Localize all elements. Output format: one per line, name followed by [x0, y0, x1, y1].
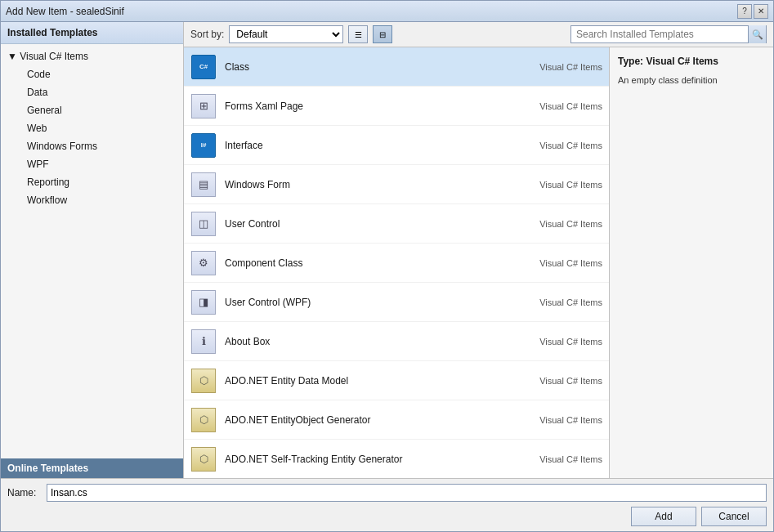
template-category-interface: Visual C# Items — [539, 141, 602, 150]
template-icon-interface: I# — [190, 132, 217, 159]
template-name-forms-xaml-page: Forms Xaml Page — [225, 101, 533, 112]
template-icon-ado-self-tracking: ⬡ — [190, 446, 217, 472]
button-row: Add Cancel — [7, 507, 767, 526]
sidebar-tree: ▼ Visual C# ItemsCodeDataGeneralWebWindo… — [1, 44, 183, 458]
template-list: C# Class Visual C# Items ⊞ Forms Xaml Pa… — [184, 47, 610, 478]
template-name-ado-entityobj-gen: ADO.NET EntityObject Generator — [225, 414, 533, 426]
template-category-user-control-wpf: Visual C# Items — [539, 297, 602, 307]
type-label: Type: — [618, 56, 643, 67]
template-item-forms-xaml-page[interactable]: ⊞ Forms Xaml Page Visual C# Items — [184, 87, 609, 126]
sidebar-item-visual-cs-items[interactable]: ▼ Visual C# Items — [1, 47, 183, 65]
template-icon-about-box: ℹ — [190, 329, 217, 355]
sidebar-item-web[interactable]: Web — [1, 119, 183, 137]
online-templates-header[interactable]: Online Templates — [1, 458, 183, 478]
template-icon-component-class: ⚙ — [190, 250, 217, 276]
template-item-user-control[interactable]: ◫ User Control Visual C# Items — [184, 204, 609, 244]
close-button[interactable]: ✕ — [754, 4, 768, 19]
name-label: Name: — [7, 487, 40, 498]
template-category-forms-xaml-page: Visual C# Items — [539, 101, 602, 111]
template-item-windows-form[interactable]: ▤ Windows Form Visual C# Items — [184, 165, 609, 204]
template-category-component-class: Visual C# Items — [539, 258, 602, 268]
template-icon-windows-form: ▤ — [190, 172, 217, 198]
template-category-ado-self-tracking: Visual C# Items — [539, 454, 602, 464]
sidebar-item-code[interactable]: Code — [1, 65, 183, 83]
template-name-class: Class — [225, 61, 533, 73]
template-item-interface[interactable]: I# Interface Visual C# Items — [184, 126, 609, 165]
template-icon-user-control: ◫ — [190, 211, 217, 237]
template-name-user-control-wpf: User Control (WPF) — [225, 297, 533, 308]
sidebar-header: Installed Templates — [1, 22, 183, 44]
template-icon-forms-xaml-page: ⊞ — [190, 93, 217, 119]
template-item-ado-entityobj-gen[interactable]: ⬡ ADO.NET EntityObject Generator Visual … — [184, 400, 609, 440]
template-category-user-control: Visual C# Items — [539, 219, 602, 229]
cancel-button[interactable]: Cancel — [701, 507, 767, 526]
right-panel: Sort by: DefaultNameTypeDate ☰ ⊟ 🔍 C# Cl… — [184, 22, 773, 478]
dialog-window: Add New Item - sealedSinif ? ✕ Installed… — [0, 0, 774, 532]
sidebar-item-data[interactable]: Data — [1, 83, 183, 101]
sidebar-item-windows-forms[interactable]: Windows Forms — [1, 137, 183, 155]
template-icon-class: C# — [190, 54, 217, 80]
title-bar: Add New Item - sealedSinif ? ✕ — [1, 1, 773, 22]
name-input[interactable] — [47, 484, 767, 502]
template-item-component-class[interactable]: ⚙ Component Class Visual C# Items — [184, 244, 609, 283]
template-name-interface: Interface — [225, 140, 533, 151]
template-icon-ado-entity-data-model: ⬡ — [190, 368, 217, 394]
template-icon-ado-entityobj-gen: ⬡ — [190, 407, 217, 433]
view-list-button[interactable]: ☰ — [348, 25, 368, 43]
search-icon[interactable]: 🔍 — [748, 25, 766, 43]
sidebar-item-general[interactable]: General — [1, 101, 183, 119]
content-area: C# Class Visual C# Items ⊞ Forms Xaml Pa… — [184, 47, 773, 478]
sort-select[interactable]: DefaultNameTypeDate — [229, 25, 343, 43]
template-name-user-control: User Control — [225, 218, 533, 230]
template-category-ado-entityobj-gen: Visual C# Items — [539, 415, 602, 425]
sort-label: Sort by: — [190, 29, 224, 40]
search-input[interactable] — [571, 29, 748, 40]
sidebar: Installed Templates ▼ Visual C# ItemsCod… — [1, 22, 184, 478]
template-item-ado-entity-data-model[interactable]: ⬡ ADO.NET Entity Data Model Visual C# It… — [184, 361, 609, 400]
template-category-class: Visual C# Items — [539, 62, 602, 72]
template-item-about-box[interactable]: ℹ About Box Visual C# Items — [184, 322, 609, 361]
search-box: 🔍 — [570, 25, 767, 43]
sidebar-item-reporting[interactable]: Reporting — [1, 173, 183, 191]
title-bar-text: Add New Item - sealedSinif — [6, 6, 124, 17]
bottom-bar: Name: Add Cancel — [1, 478, 773, 531]
template-icon-user-control-wpf: ◨ — [190, 289, 217, 315]
type-value: Visual C# Items — [646, 56, 718, 67]
view-grid-button[interactable]: ⊟ — [373, 25, 392, 43]
name-row: Name: — [7, 484, 767, 502]
template-category-windows-form: Visual C# Items — [539, 180, 602, 190]
main-content: Installed Templates ▼ Visual C# ItemsCod… — [1, 22, 773, 478]
template-category-about-box: Visual C# Items — [539, 337, 602, 346]
template-category-ado-entity-data-model: Visual C# Items — [539, 376, 602, 386]
template-name-component-class: Component Class — [225, 257, 533, 269]
add-button[interactable]: Add — [631, 507, 696, 526]
info-type: Type: Visual C# Items — [618, 56, 765, 67]
template-item-class[interactable]: C# Class Visual C# Items — [184, 47, 609, 87]
help-button[interactable]: ? — [737, 4, 752, 19]
template-item-ado-self-tracking[interactable]: ⬡ ADO.NET Self-Tracking Entity Generator… — [184, 440, 609, 478]
template-name-about-box: About Box — [225, 336, 533, 347]
template-name-ado-entity-data-model: ADO.NET Entity Data Model — [225, 375, 533, 387]
sidebar-item-workflow[interactable]: Workflow — [1, 191, 183, 209]
info-description: An empty class definition — [618, 74, 765, 87]
info-panel: Type: Visual C# Items An empty class def… — [610, 47, 773, 478]
template-item-user-control-wpf[interactable]: ◨ User Control (WPF) Visual C# Items — [184, 283, 609, 322]
sidebar-item-wpf[interactable]: WPF — [1, 155, 183, 173]
template-name-windows-form: Windows Form — [225, 179, 533, 190]
template-name-ado-self-tracking: ADO.NET Self-Tracking Entity Generator — [225, 454, 533, 465]
title-bar-buttons: ? ✕ — [737, 4, 768, 19]
toolbar: Sort by: DefaultNameTypeDate ☰ ⊟ 🔍 — [184, 22, 773, 47]
